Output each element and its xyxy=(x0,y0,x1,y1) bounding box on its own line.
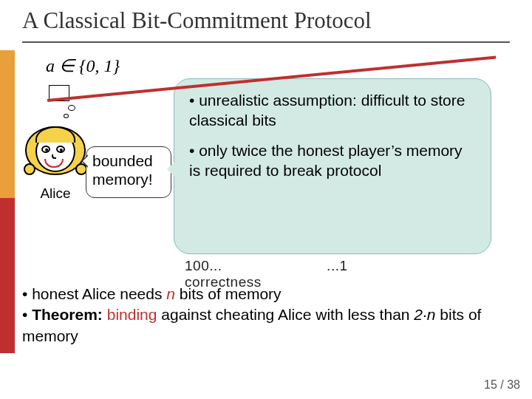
text: • only xyxy=(189,142,232,159)
bullet-honest-alice: • honest Alice needs n bits of memory xyxy=(22,284,510,304)
emph-unrealistic: unrealistic xyxy=(199,92,269,109)
page-total: 38 xyxy=(507,378,520,391)
alice-face-icon xyxy=(28,122,83,181)
binding-word: binding xyxy=(107,306,157,323)
title-rule xyxy=(22,41,510,43)
theorem-label: Theorem: xyxy=(32,306,103,323)
critique-point-1: • unrealistic assumption: difficult to s… xyxy=(189,91,477,131)
formula-text: a ∈ {0, 1} xyxy=(46,56,120,75)
emph-twice: twice xyxy=(232,142,267,159)
slide-title: A Classical Bit-Commitment Protocol xyxy=(22,7,372,34)
critique-point-2: • only twice the honest player’s memory … xyxy=(189,141,477,181)
callout-mem-line2: memory! xyxy=(92,171,153,188)
text: • xyxy=(189,92,199,109)
slide: A Classical Bit-Commitment Protocol a ∈ … xyxy=(0,0,532,399)
formula-a-in-01: a ∈ {0, 1} xyxy=(46,55,120,76)
text: bits of memory xyxy=(175,285,282,302)
text: • honest Alice needs xyxy=(22,285,166,302)
callout-critique: • unrealistic assumption: difficult to s… xyxy=(174,78,491,254)
left-stripe-orange xyxy=(0,50,15,198)
thought-bubble-icon xyxy=(68,105,75,111)
page-current: 15 xyxy=(484,378,497,391)
left-stripe-red xyxy=(0,198,15,353)
var-2n: 2·n xyxy=(414,306,435,323)
text: • xyxy=(22,306,32,323)
thought-bubble-icon xyxy=(64,114,69,118)
bottom-bullets: • honest Alice needs n bits of memory • … xyxy=(22,284,510,347)
bullet-theorem: • Theorem: binding against cheating Alic… xyxy=(22,304,510,347)
alice-label: Alice xyxy=(22,185,89,202)
page-sep: / xyxy=(497,378,507,391)
text: against cheating Alice with less than xyxy=(157,306,414,323)
fragment-left: 100... xyxy=(185,258,222,273)
callout-mem-line1: bounded xyxy=(92,152,153,169)
page-number: 15 / 38 xyxy=(484,378,520,392)
fragment-mid: ...1 xyxy=(327,258,347,273)
var-n: n xyxy=(166,285,175,302)
